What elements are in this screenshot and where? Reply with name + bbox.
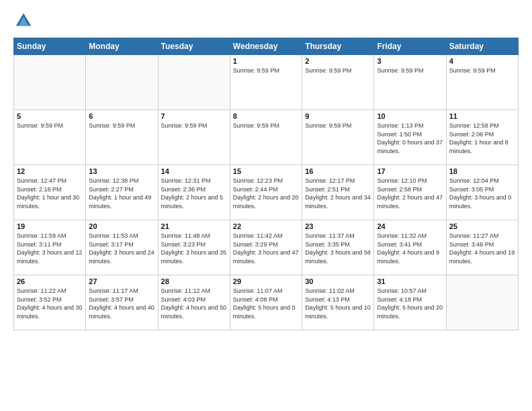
day-number: 15 [233, 167, 299, 175]
day-number: 4 [449, 57, 515, 65]
day-number: 14 [161, 167, 227, 175]
day-info: Sunrise: 11:37 AM Sunset: 3:35 PM Daylig… [305, 232, 371, 265]
day-number: 18 [449, 167, 515, 175]
day-info: Sunrise: 12:10 PM Sunset: 2:58 PM Daylig… [377, 177, 443, 210]
weekday-header-friday: Friday [374, 38, 446, 55]
day-number: 12 [17, 167, 83, 175]
day-info: Sunrise: 11:17 AM Sunset: 3:57 PM Daylig… [89, 287, 154, 320]
day-number: 10 [377, 112, 443, 120]
day-info: Sunrise: 9:59 PM [305, 122, 371, 130]
calendar-cell: 14Sunrise: 12:31 PM Sunset: 2:36 PM Dayl… [158, 165, 230, 220]
calendar-cell: 19Sunrise: 11:59 AM Sunset: 3:11 PM Dayl… [14, 220, 86, 275]
weekday-header-monday: Monday [86, 38, 158, 55]
day-number: 5 [17, 112, 83, 120]
calendar-cell: 29Sunrise: 11:07 AM Sunset: 4:08 PM Dayl… [230, 275, 302, 330]
calendar-cell: 2Sunrise: 9:59 PM [302, 55, 374, 110]
day-number: 11 [449, 112, 515, 120]
calendar-cell: 13Sunrise: 12:38 PM Sunset: 2:27 PM Dayl… [86, 165, 158, 220]
week-row-3: 12Sunrise: 12:47 PM Sunset: 2:18 PM Dayl… [14, 165, 519, 220]
day-number: 1 [233, 57, 299, 65]
calendar-cell: 11Sunrise: 12:58 PM Sunset: 2:06 PM Dayl… [446, 110, 518, 165]
day-info: Sunrise: 9:59 PM [305, 66, 371, 75]
calendar-cell [14, 55, 86, 110]
day-info: Sunrise: 9:59 PM [161, 122, 227, 130]
calendar-cell: 24Sunrise: 11:32 AM Sunset: 3:41 PM Dayl… [374, 220, 446, 275]
day-info: Sunrise: 11:59 AM Sunset: 3:11 PM Daylig… [17, 232, 83, 265]
calendar-cell: 30Sunrise: 11:02 AM Sunset: 4:13 PM Dayl… [302, 275, 374, 330]
day-info: Sunrise: 10:57 AM Sunset: 4:18 PM Daylig… [377, 287, 443, 320]
day-number: 2 [305, 57, 371, 65]
day-number: 3 [377, 57, 443, 65]
logo-icon [13, 11, 34, 31]
weekday-header-thursday: Thursday [302, 38, 374, 55]
day-info: Sunrise: 11:22 AM Sunset: 3:52 PM Daylig… [17, 287, 83, 320]
day-number: 29 [233, 277, 299, 285]
calendar-cell: 22Sunrise: 11:42 AM Sunset: 3:29 PM Dayl… [230, 220, 302, 275]
day-number: 8 [233, 112, 299, 120]
day-info: Sunrise: 12:23 PM Sunset: 2:44 PM Daylig… [233, 177, 299, 210]
day-number: 21 [161, 222, 227, 230]
calendar-cell: 6Sunrise: 9:59 PM [86, 110, 158, 165]
day-number: 23 [305, 222, 371, 230]
day-number: 27 [89, 277, 154, 285]
day-info: Sunrise: 9:59 PM [233, 66, 299, 75]
day-info: Sunrise: 12:04 PM Sunset: 3:05 PM Daylig… [449, 177, 515, 210]
weekday-header-sunday: Sunday [14, 38, 86, 55]
day-info: Sunrise: 11:27 AM Sunset: 3:46 PM Daylig… [449, 232, 515, 265]
day-info: Sunrise: 11:07 AM Sunset: 4:08 PM Daylig… [233, 287, 299, 320]
calendar-cell: 16Sunrise: 12:17 PM Sunset: 2:51 PM Dayl… [302, 165, 374, 220]
day-number: 16 [305, 167, 371, 175]
day-number: 13 [89, 167, 154, 175]
calendar-cell: 27Sunrise: 11:17 AM Sunset: 3:57 PM Dayl… [86, 275, 158, 330]
week-row-5: 26Sunrise: 11:22 AM Sunset: 3:52 PM Dayl… [14, 275, 519, 330]
day-info: Sunrise: 1:13 PM Sunset: 1:50 PM Dayligh… [377, 122, 443, 155]
calendar-cell: 20Sunrise: 11:53 AM Sunset: 3:17 PM Dayl… [86, 220, 158, 275]
week-row-2: 5Sunrise: 9:59 PM6Sunrise: 9:59 PM7Sunri… [14, 110, 519, 165]
day-number: 24 [377, 222, 443, 230]
day-info: Sunrise: 11:42 AM Sunset: 3:29 PM Daylig… [233, 232, 299, 265]
calendar-cell: 25Sunrise: 11:27 AM Sunset: 3:46 PM Dayl… [446, 220, 518, 275]
page: SundayMondayTuesdayWednesdayThursdayFrid… [0, 0, 532, 411]
weekday-header-wednesday: Wednesday [230, 38, 302, 55]
calendar-cell: 15Sunrise: 12:23 PM Sunset: 2:44 PM Dayl… [230, 165, 302, 220]
day-info: Sunrise: 9:59 PM [449, 66, 515, 75]
day-number: 19 [17, 222, 83, 230]
day-number: 30 [305, 277, 371, 285]
day-info: Sunrise: 9:59 PM [233, 122, 299, 130]
calendar-cell: 26Sunrise: 11:22 AM Sunset: 3:52 PM Dayl… [14, 275, 86, 330]
calendar-cell: 17Sunrise: 12:10 PM Sunset: 2:58 PM Dayl… [374, 165, 446, 220]
day-number: 22 [233, 222, 299, 230]
day-info: Sunrise: 9:59 PM [377, 66, 443, 75]
calendar-cell: 21Sunrise: 11:48 AM Sunset: 3:23 PM Dayl… [158, 220, 230, 275]
calendar-cell [86, 55, 158, 110]
day-info: Sunrise: 12:17 PM Sunset: 2:51 PM Daylig… [305, 177, 371, 210]
calendar-table: SundayMondayTuesdayWednesdayThursdayFrid… [13, 38, 519, 330]
calendar-cell: 12Sunrise: 12:47 PM Sunset: 2:18 PM Dayl… [14, 165, 86, 220]
day-info: Sunrise: 12:31 PM Sunset: 2:36 PM Daylig… [161, 177, 227, 210]
header [13, 11, 519, 31]
day-info: Sunrise: 12:58 PM Sunset: 2:06 PM Daylig… [449, 122, 515, 155]
calendar-cell: 8Sunrise: 9:59 PM [230, 110, 302, 165]
day-info: Sunrise: 11:32 AM Sunset: 3:41 PM Daylig… [377, 232, 443, 265]
day-info: Sunrise: 9:59 PM [17, 122, 83, 130]
day-info: Sunrise: 12:38 PM Sunset: 2:27 PM Daylig… [89, 177, 154, 210]
calendar-cell: 5Sunrise: 9:59 PM [14, 110, 86, 165]
day-number: 25 [449, 222, 515, 230]
week-row-4: 19Sunrise: 11:59 AM Sunset: 3:11 PM Dayl… [14, 220, 519, 275]
calendar-cell: 10Sunrise: 1:13 PM Sunset: 1:50 PM Dayli… [374, 110, 446, 165]
calendar-cell: 4Sunrise: 9:59 PM [446, 55, 518, 110]
calendar-cell: 31Sunrise: 10:57 AM Sunset: 4:18 PM Dayl… [374, 275, 446, 330]
calendar-cell: 9Sunrise: 9:59 PM [302, 110, 374, 165]
day-info: Sunrise: 11:12 AM Sunset: 4:03 PM Daylig… [161, 287, 227, 320]
calendar-cell: 18Sunrise: 12:04 PM Sunset: 3:05 PM Dayl… [446, 165, 518, 220]
weekday-header-saturday: Saturday [446, 38, 518, 55]
day-info: Sunrise: 11:02 AM Sunset: 4:13 PM Daylig… [305, 287, 371, 320]
day-number: 7 [161, 112, 227, 120]
calendar-cell [446, 275, 518, 330]
day-info: Sunrise: 9:59 PM [89, 122, 154, 130]
calendar-cell: 3Sunrise: 9:59 PM [374, 55, 446, 110]
week-row-1: 1Sunrise: 9:59 PM2Sunrise: 9:59 PM3Sunri… [14, 55, 519, 110]
day-number: 9 [305, 112, 371, 120]
day-number: 20 [89, 222, 154, 230]
weekday-header-row: SundayMondayTuesdayWednesdayThursdayFrid… [14, 38, 519, 55]
